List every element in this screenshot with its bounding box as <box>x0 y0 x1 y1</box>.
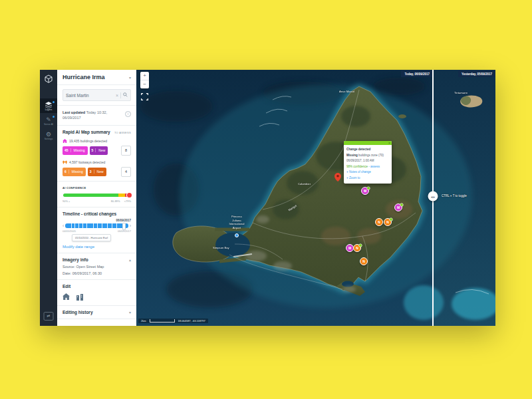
summary-title: Rapid AI Map summary <box>63 130 110 134</box>
timeline-start-date: 04/05/2005 <box>63 229 76 233</box>
confidence-section: AI CONFIDENCE 90% + 80-89% <79% <box>57 182 136 207</box>
timeline-slider: ‹ › <box>63 223 131 228</box>
close-icon[interactable]: × <box>388 141 390 145</box>
missing-count: 6 <box>63 170 68 174</box>
map-area[interactable]: Today, 06/09/2017 Yesterday, 05/09/2017 … <box>136 70 495 326</box>
notification-dot <box>53 116 55 118</box>
confidence-high-label: 90% + <box>63 200 70 203</box>
layers-icon <box>40 102 57 108</box>
footways-detected-row: 4,597 footways detected <box>63 160 131 165</box>
popup-title: Change detected <box>346 148 370 151</box>
cursor-coordinates: 18.064587, -63.118797 <box>178 319 205 323</box>
new-label: New <box>94 170 106 174</box>
footways-to-assess-count[interactable]: 4 <box>121 167 131 177</box>
zoom-to-link[interactable]: + Zoom to <box>346 176 389 182</box>
timeline-handle[interactable] <box>122 223 126 230</box>
to-assess-label: TO ASSESS <box>114 131 131 134</box>
notes-of-change-link[interactable]: + Notes of change <box>346 170 389 176</box>
summary-section: Rapid AI Map summary TO ASSESS 19,435 bu… <box>57 126 136 182</box>
change-detected-popup: × Change detected Missing buildings zone… <box>344 141 392 184</box>
slider-left-arrow[interactable]: ‹ <box>63 223 64 228</box>
slider-right-arrow[interactable]: › <box>130 223 131 228</box>
zoom-out-button[interactable]: − <box>140 80 149 88</box>
sidebar: Hurricane Irma ▾ Saint Martin × Last upd… <box>57 70 136 326</box>
assess-link[interactable]: - assess <box>368 165 380 168</box>
popup-change-line: Missing buildings zone (70) <box>346 153 389 159</box>
place-label-anse-marcel: Anse Marcel <box>339 90 354 94</box>
chevron-up-icon[interactable]: ▴ <box>129 257 131 262</box>
house-icon <box>63 139 67 144</box>
zoom-control: + − <box>140 72 149 88</box>
footways-new-button[interactable]: 3 New <box>88 168 106 176</box>
buildings-missing-button[interactable]: 45 Missing <box>63 146 88 155</box>
buildings-detected-text: 19,435 buildings detected <box>69 139 107 143</box>
yesterday-date-badge: Yesterday, 05/09/2017 <box>458 70 495 77</box>
new-count: 3 <box>88 170 94 174</box>
place-label-tintamarre: Tintamarre <box>454 91 467 95</box>
edit-section: Edit <box>57 280 136 306</box>
new-count: 5 <box>90 148 96 152</box>
sidebar-item-layers[interactable]: Layers <box>40 98 57 113</box>
info-icon[interactable]: i <box>125 111 131 117</box>
zoom-in-button[interactable]: + <box>140 72 149 80</box>
buildings-new-button[interactable]: 5 New <box>90 146 108 155</box>
divider <box>120 92 121 98</box>
clear-search-icon[interactable]: × <box>116 93 118 98</box>
last-updated-text: Last updated Today 10:32, 06/09/2017 <box>63 110 131 121</box>
buildings-detected-row: 19,435 buildings detected <box>63 139 131 144</box>
popup-header: × <box>344 141 392 145</box>
editing-history-section[interactable]: Editing history ▾ <box>57 306 136 319</box>
timeline-track[interactable] <box>65 223 128 228</box>
today-date-badge: Today, 06/09/2017 <box>401 70 433 77</box>
footways-actions-row: 6 Missing 3 New 4 <box>63 167 131 177</box>
scale-label: 2km <box>141 319 146 323</box>
confidence-mid-label: 80-89% <box>111 200 120 203</box>
collapse-sidebar-button[interactable]: ⇄ <box>44 312 54 321</box>
confidence-green-segment <box>63 194 118 197</box>
fullscreen-button[interactable] <box>140 92 149 104</box>
confidence-yellow-segment <box>118 194 125 197</box>
confidence-value: 98% confidence <box>346 165 368 168</box>
timeline-title: Timeline - critical changes <box>63 211 116 216</box>
change-marker-new[interactable]: N <box>384 218 392 226</box>
chevron-down-icon[interactable]: ▾ <box>129 75 131 80</box>
search-input[interactable]: Saint Martin × <box>63 89 131 101</box>
buildings-actions-row: 45 Missing 5 New 8 <box>63 146 131 156</box>
change-marker-new[interactable]: N <box>375 218 383 226</box>
modify-date-range-link[interactable]: Modify date range <box>63 245 131 249</box>
change-marker-missing[interactable]: M <box>394 203 402 211</box>
search-section: Saint Martin × <box>57 85 136 106</box>
edit-roads-icon[interactable] <box>76 293 84 301</box>
edit-buildings-icon[interactable] <box>63 293 70 301</box>
popup-confidence-line: 98% confidence - assess <box>346 164 389 170</box>
footway-icon <box>63 160 67 165</box>
missing-label: Missing <box>70 148 88 152</box>
chevron-down-icon: ▾ <box>129 310 131 315</box>
imagery-source: Source: Open Street Map <box>63 265 131 269</box>
sidebar-item-label: Settings <box>45 138 53 140</box>
footways-detected-text: 4,597 footways detected <box>69 160 105 164</box>
confidence-bar[interactable] <box>63 194 130 197</box>
sidebar-item-settings[interactable]: ⚙ Settings <box>40 128 57 142</box>
imagery-section: Imagery info ▴ Source: Open Street Map D… <box>57 253 136 280</box>
confidence-low-label: <79% <box>124 200 131 203</box>
airport-poi-dot[interactable] <box>235 233 239 237</box>
sidebar-item-sense-ai[interactable]: ✎ Sense AI <box>40 113 57 128</box>
timeline-tooltip: 05/10/2010 - Hurricane Earl <box>72 234 111 241</box>
location-pin-icon[interactable] <box>334 172 341 184</box>
last-updated-section: Last updated Today 10:32, 06/09/2017 i <box>57 106 136 126</box>
change-marker-new[interactable]: N <box>360 257 368 265</box>
buildings-to-assess-count[interactable]: 8 <box>121 146 131 156</box>
change-marker-new[interactable]: N <box>353 244 361 252</box>
project-header: Hurricane Irma ▾ <box>57 70 136 85</box>
footways-missing-button[interactable]: 6 Missing <box>63 168 86 176</box>
notification-dot <box>53 101 55 103</box>
compare-handle[interactable]: ◂▸ <box>428 192 438 201</box>
confidence-knob[interactable] <box>127 193 132 198</box>
search-icon[interactable] <box>123 92 128 98</box>
change-marker-missing[interactable]: M <box>361 187 369 195</box>
sidebar-item-label: Sense AI <box>44 123 53 126</box>
sidebar-item-label: Layers <box>45 108 53 111</box>
last-updated-label: Last updated <box>63 110 85 114</box>
app-logo-icon <box>44 74 53 84</box>
